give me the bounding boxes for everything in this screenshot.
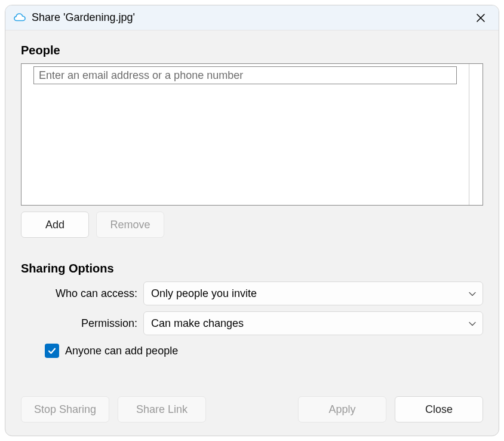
anyone-add-checkbox[interactable]: [45, 344, 59, 358]
access-label: Who can access:: [21, 287, 143, 300]
apply-button[interactable]: Apply: [298, 396, 386, 422]
dialog-footer: Stop Sharing Share Link Apply Close: [5, 385, 499, 436]
stop-sharing-button[interactable]: Stop Sharing: [21, 396, 109, 422]
share-dialog: Share 'Gardening.jpg' People Add Remove …: [5, 5, 499, 436]
permission-select-wrap: Can make changes: [143, 311, 483, 335]
add-button[interactable]: Add: [21, 212, 89, 238]
email-input[interactable]: [33, 66, 457, 84]
titlebar: Share 'Gardening.jpg': [5, 5, 499, 30]
access-row: Who can access: Only people you invite: [21, 281, 483, 305]
email-input-wrap: [21, 64, 469, 84]
checkmark-icon: [47, 346, 57, 356]
people-list[interactable]: [21, 63, 483, 206]
footer-spacer: [214, 396, 290, 422]
close-icon: [476, 13, 485, 23]
people-buttons: Add Remove: [21, 212, 483, 238]
permission-select[interactable]: Can make changes: [143, 311, 483, 335]
dialog-title: Share 'Gardening.jpg': [32, 11, 469, 24]
permission-row: Permission: Can make changes: [21, 311, 483, 335]
close-button[interactable]: [469, 8, 493, 27]
people-list-inner: [21, 64, 469, 205]
dialog-content: People Add Remove Sharing Options Who ca…: [5, 30, 499, 385]
close-dialog-button[interactable]: Close: [395, 396, 483, 422]
sharing-options-section: Sharing Options Who can access: Only peo…: [21, 262, 483, 358]
cloud-icon: [14, 12, 26, 24]
anyone-add-label[interactable]: Anyone can add people: [65, 345, 178, 357]
sharing-options-label: Sharing Options: [21, 262, 483, 275]
remove-button[interactable]: Remove: [96, 212, 164, 238]
share-link-button[interactable]: Share Link: [118, 396, 206, 422]
anyone-add-row: Anyone can add people: [21, 344, 483, 358]
permission-label: Permission:: [21, 317, 143, 330]
people-section-label: People: [21, 44, 483, 57]
access-select[interactable]: Only people you invite: [143, 281, 483, 305]
access-select-wrap: Only people you invite: [143, 281, 483, 305]
